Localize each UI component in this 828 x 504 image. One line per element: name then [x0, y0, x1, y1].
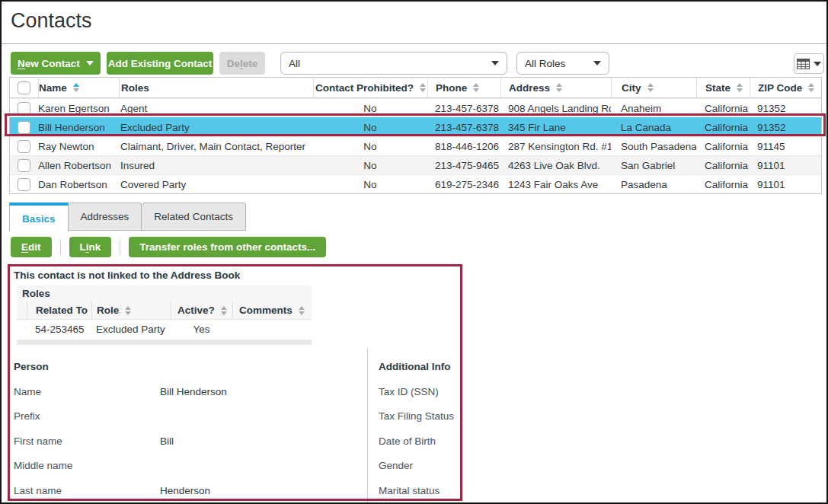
- table-row[interactable]: Karen Egertson Agent No 213-457-6378 908…: [10, 98, 821, 117]
- contacts-screen: Contacts New Contact Add Existing Contac…: [0, 0, 828, 504]
- field-value-first-name: Bill: [160, 435, 174, 447]
- title-divider: [2, 43, 826, 44]
- new-contact-label: New Contact: [18, 58, 80, 69]
- row-checkbox[interactable]: [18, 121, 30, 134]
- contact-phone: 213-457-6378: [427, 103, 500, 114]
- row-checkbox[interactable]: [18, 159, 30, 172]
- row-checkbox[interactable]: [18, 178, 30, 191]
- detail-tabs: Basics Addresses Related Contacts: [9, 203, 246, 231]
- column-header-name[interactable]: Name: [38, 78, 119, 97]
- table-row-selected[interactable]: Bill Henderson Excluded Party No 213-457…: [10, 117, 821, 136]
- roles-column-related-to[interactable]: Related To: [27, 301, 91, 319]
- contact-roles: Covered Party: [119, 179, 313, 190]
- sort-icon[interactable]: [647, 83, 654, 92]
- contact-prohibited: No: [313, 103, 427, 114]
- roles-table-title: Roles: [17, 285, 312, 301]
- role-related-to: 54-253465: [27, 324, 91, 335]
- contact-detail-panel-annotation-box: This contact is not linked to the Addres…: [8, 264, 462, 501]
- contact-phone: 213-475-9465: [427, 160, 500, 171]
- sort-icon[interactable]: [299, 306, 305, 315]
- not-linked-message: This contact is not linked to the Addres…: [14, 270, 240, 281]
- tab-related-contacts[interactable]: Related Contacts: [142, 203, 246, 231]
- contact-roles: Insured: [119, 160, 313, 171]
- column-header-roles[interactable]: Roles: [119, 78, 313, 97]
- contacts-filter-value: All: [289, 58, 491, 69]
- column-header-phone[interactable]: Phone: [427, 78, 500, 97]
- field-label-marital-status: Marital status: [379, 485, 440, 496]
- contact-prohibited: No: [313, 160, 427, 171]
- select-all-checkbox[interactable]: [18, 81, 30, 94]
- add-existing-contact-button[interactable]: Add Existing Contact: [107, 52, 213, 75]
- edit-button[interactable]: Edit: [11, 237, 52, 257]
- column-header-city[interactable]: City: [611, 78, 696, 97]
- field-label-first-name: First name: [14, 435, 62, 447]
- column-settings-button[interactable]: [794, 53, 824, 74]
- column-header-zip[interactable]: ZIP Code: [750, 78, 821, 97]
- sort-icon[interactable]: [556, 83, 562, 92]
- contact-state: California: [696, 179, 750, 190]
- sort-icon[interactable]: [473, 83, 479, 92]
- contacts-table-header: Name Roles Contact Prohibited? Phone Add…: [10, 78, 821, 98]
- table-row[interactable]: Allen Robertson Insured No 213-475-9465 …: [10, 155, 821, 174]
- delete-button[interactable]: Delete: [219, 52, 265, 75]
- contact-phone: 213-457-6378: [427, 122, 500, 133]
- detail-actions: Edit Link Transfer roles from other cont…: [11, 237, 326, 257]
- column-divider: [367, 349, 368, 499]
- contact-prohibited: No: [313, 141, 427, 152]
- table-row[interactable]: Dan Robertson Covered Party No 619-275-2…: [10, 174, 821, 193]
- roles-filter-value: All Roles: [525, 58, 593, 69]
- new-contact-button[interactable]: New Contact: [11, 52, 101, 75]
- column-header-state[interactable]: State: [696, 78, 750, 97]
- contact-zip: 91352: [750, 122, 821, 133]
- sort-icon[interactable]: [737, 83, 743, 92]
- table-row[interactable]: Ray Newton Claimant, Driver, Main Contac…: [10, 136, 821, 155]
- sort-icon[interactable]: [125, 306, 131, 315]
- roles-table-row[interactable]: 54-253465 Excluded Party Yes: [17, 320, 312, 338]
- tab-basics[interactable]: Basics: [9, 203, 69, 231]
- horizontal-scrollbar[interactable]: [17, 340, 312, 345]
- page-title: Contacts: [11, 9, 92, 33]
- sort-icon[interactable]: [808, 83, 814, 92]
- contact-city: Anaheim: [611, 103, 696, 114]
- contact-prohibited: No: [313, 122, 427, 133]
- contact-roles: Agent: [119, 103, 313, 114]
- person-section-title: Person: [14, 361, 49, 372]
- field-label-gender: Gender: [379, 460, 413, 471]
- contact-phone: 619-275-2346: [427, 179, 500, 190]
- transfer-roles-button[interactable]: Transfer roles from other contacts...: [129, 237, 326, 257]
- roles-column-role[interactable]: Role: [91, 301, 171, 319]
- additional-info-section-title: Additional Info: [379, 361, 450, 372]
- contact-city: La Canada: [611, 122, 696, 133]
- contact-state: California: [696, 160, 750, 171]
- contact-address: 4263 Live Oak Blvd.: [500, 160, 611, 171]
- contact-zip: 91145: [750, 141, 821, 152]
- field-label-date-of-birth: Date of Birth: [379, 435, 436, 447]
- column-header-address[interactable]: Address: [500, 78, 611, 97]
- contact-city: South Pasadena: [611, 141, 696, 152]
- chevron-down-icon: [86, 61, 94, 65]
- contact-zip: 91101: [750, 179, 821, 190]
- link-button[interactable]: Link: [69, 237, 112, 257]
- sort-icon[interactable]: [221, 306, 227, 315]
- roles-column-active[interactable]: Active?: [171, 301, 232, 319]
- field-value-last-name: Henderson: [160, 485, 210, 496]
- roles-filter-select[interactable]: All Roles: [516, 52, 609, 75]
- field-value-name: Bill Henderson: [160, 386, 227, 397]
- delete-label: Delete: [227, 58, 258, 69]
- contacts-filter-select[interactable]: All: [280, 52, 507, 75]
- row-checkbox[interactable]: [18, 140, 30, 153]
- role-active: Yes: [171, 324, 232, 335]
- row-checkbox[interactable]: [18, 102, 30, 115]
- sort-icon[interactable]: [420, 83, 426, 92]
- toolbar: New Contact Add Existing Contact Delete …: [2, 52, 826, 75]
- contact-address: 908 Angels Landing Rd.: [500, 103, 611, 114]
- add-existing-label: Add Existing Contact: [108, 58, 213, 69]
- tab-addresses[interactable]: Addresses: [69, 203, 142, 231]
- roles-column-comments[interactable]: Comments: [232, 301, 312, 319]
- vertical-divider: [60, 240, 61, 255]
- roles-table-header: Related To Role Active? Comments: [17, 301, 312, 320]
- field-label-tax-id: Tax ID (SSN): [379, 386, 439, 397]
- contact-roles: Claimant, Driver, Main Contact, Reporter: [119, 141, 313, 152]
- column-header-contact-prohibited[interactable]: Contact Prohibited?: [313, 78, 427, 97]
- sort-icon[interactable]: [73, 83, 79, 92]
